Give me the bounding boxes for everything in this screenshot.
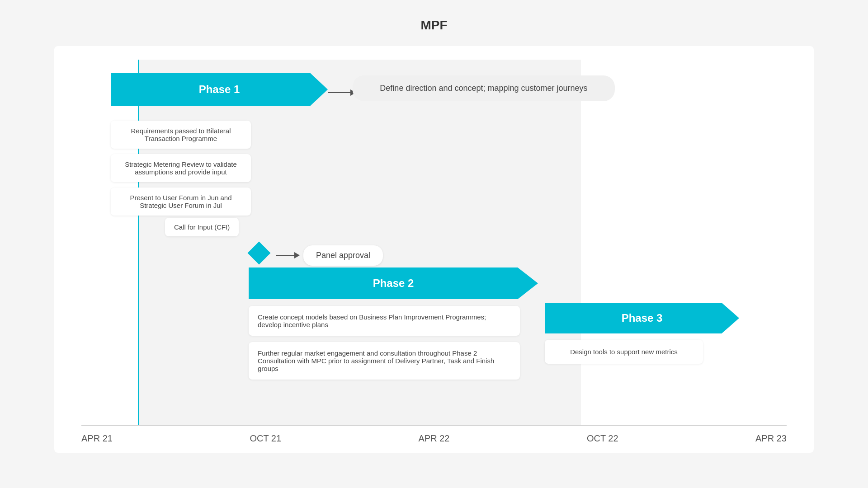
axis-label-oct22: OCT 22 <box>587 433 618 444</box>
panel-arrow-head <box>294 252 300 258</box>
page-title: MPF <box>420 18 447 33</box>
phase2-label: Phase 2 <box>373 277 414 290</box>
panel-arrow-shaft <box>276 255 294 256</box>
phase1-sub-item-2: Strategic Metering Review to validate as… <box>111 154 251 182</box>
phase3-sub-item: Design tools to support new metrics <box>545 340 703 364</box>
chart-container: Phase 1 Define direction and concept; ma… <box>54 46 814 453</box>
phase1-sub-items: Requirements passed to Bilateral Transac… <box>111 121 251 216</box>
vertical-axis-line <box>138 60 139 426</box>
axis-label-apr22: APR 22 <box>419 433 450 444</box>
phase1-arrow <box>328 89 356 96</box>
axis-labels: APR 21 OCT 21 APR 22 OCT 22 APR 23 <box>81 433 787 444</box>
axis-label-oct21: OCT 21 <box>250 433 281 444</box>
phase3-label: Phase 3 <box>622 312 663 324</box>
phase2-sub-items: Create concept models based on Business … <box>249 306 520 380</box>
phase1-banner: Phase 1 <box>111 73 328 106</box>
axis-label-apr23: APR 23 <box>755 433 787 444</box>
axis-label-apr21: APR 21 <box>81 433 113 444</box>
phase3-banner: Phase 3 <box>545 303 739 333</box>
arrow-shaft <box>328 92 350 93</box>
phase2-sub-item-2: Further regular market engagement and co… <box>249 342 520 380</box>
panel-approval-row: Panel approval <box>251 245 383 266</box>
cfi-item: Call for Input (CFI) <box>165 218 239 236</box>
panel-approval-box: Panel approval <box>303 245 383 266</box>
phase2-sub-item-1: Create concept models based on Business … <box>249 306 520 336</box>
phase1-label: Phase 1 <box>199 83 240 96</box>
diamond-icon <box>248 242 271 265</box>
phase1-description: Define direction and concept; mapping cu… <box>353 75 615 101</box>
timeline-axis <box>81 425 787 426</box>
phase1-sub-item-3: Present to User Forum in Jun and Strateg… <box>111 188 251 216</box>
phase2-banner: Phase 2 <box>249 267 538 299</box>
phase1-sub-item-1: Requirements passed to Bilateral Transac… <box>111 121 251 149</box>
